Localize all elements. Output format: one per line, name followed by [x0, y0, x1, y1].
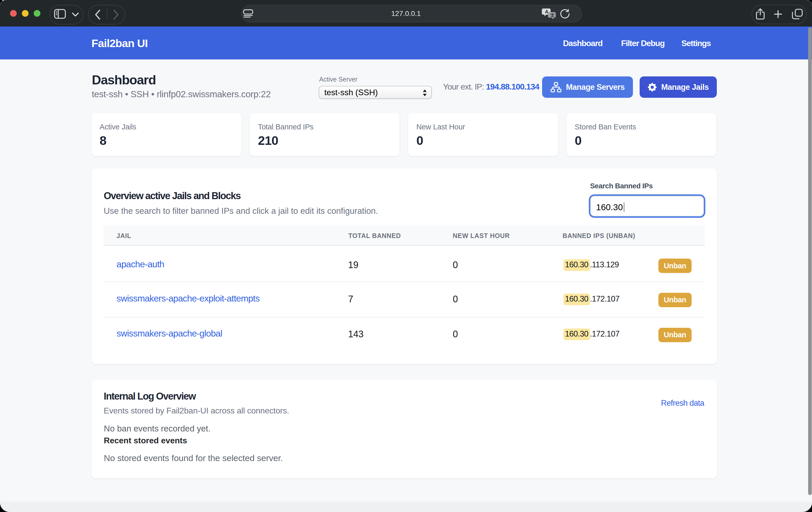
svg-text:文: 文	[550, 13, 555, 18]
svg-text:A: A	[545, 9, 549, 15]
